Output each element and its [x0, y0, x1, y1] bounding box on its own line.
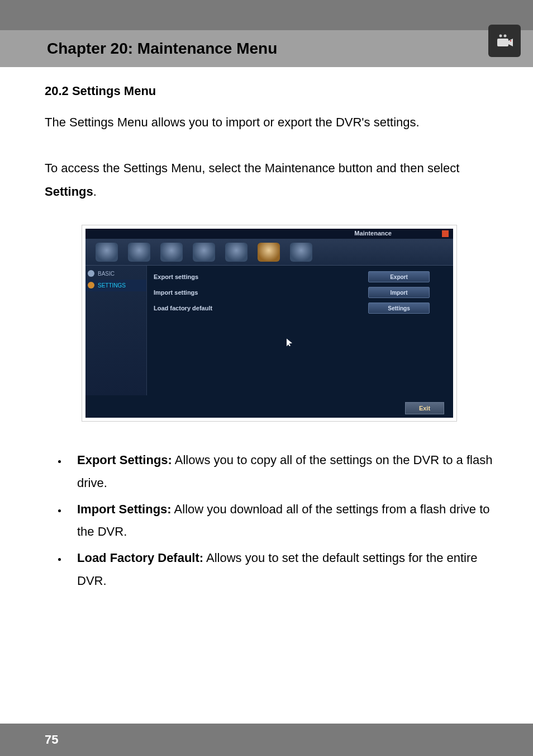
list-item: Export Settings: Allows you to copy all …: [67, 449, 494, 494]
screenshot-sidebar: BASIC SETTINGS: [85, 266, 147, 395]
access-text-bold: Settings: [45, 185, 93, 199]
label-export-settings: Export settings: [154, 273, 368, 280]
chapter-title: Chapter 20: Maintenance Menu: [47, 40, 277, 58]
page-content: 20.2 Settings Menu The Settings Menu all…: [0, 67, 533, 593]
list-item: Load Factory Default: Allows you to set …: [67, 547, 494, 592]
list-item: Import Settings: Allow you download all …: [67, 498, 494, 544]
dvr-camera-icon: [488, 25, 521, 57]
tab-shutdown-icon[interactable]: [290, 243, 312, 262]
screenshot-footer: Exit: [405, 402, 444, 414]
page-header: Chapter 20: Maintenance Menu: [0, 0, 533, 67]
settings-screenshot: Maintenance BASIC SETTINGS: [82, 225, 456, 421]
svg-point-0: [499, 35, 502, 37]
section-heading: 20.2 Settings Menu: [45, 84, 494, 98]
settings-button[interactable]: Settings: [368, 303, 430, 314]
tab-disk-icon[interactable]: [193, 243, 215, 262]
tab-camera-icon[interactable]: [128, 243, 150, 262]
page-footer: 75: [0, 724, 533, 756]
row-export: Export settings Export: [154, 269, 446, 285]
bullet-term: Import Settings:: [77, 502, 172, 516]
screenshot-body: BASIC SETTINGS Export settings Export Im…: [85, 266, 453, 395]
import-button[interactable]: Import: [368, 287, 430, 298]
bullet-term: Load Factory Default:: [77, 551, 203, 565]
tab-info-icon[interactable]: [225, 243, 248, 262]
sidebar-item-basic[interactable]: BASIC: [85, 268, 146, 280]
svg-point-1: [504, 35, 507, 37]
gear-icon: [88, 282, 94, 289]
sliders-icon: [88, 270, 94, 277]
sidebar-label: BASIC: [98, 271, 115, 277]
access-text-post: .: [93, 185, 97, 199]
screenshot-window-title: Maintenance: [354, 230, 392, 237]
label-import-settings: Import settings: [154, 289, 368, 296]
close-icon[interactable]: [442, 230, 449, 237]
export-button[interactable]: Export: [368, 271, 430, 282]
screenshot-titlebar: Maintenance: [85, 229, 453, 239]
sidebar-label: SETTINGS: [98, 282, 126, 289]
tab-system-icon[interactable]: [96, 243, 118, 262]
screenshot-main: Export settings Export Import settings I…: [147, 266, 453, 395]
label-load-factory-default: Load factory default: [154, 305, 368, 311]
page-number: 75: [45, 733, 58, 747]
intro-paragraph: The Settings Menu allows you to import o…: [45, 111, 494, 134]
row-factory: Load factory default Settings: [154, 300, 446, 316]
tab-maintenance-icon[interactable]: [258, 243, 280, 262]
svg-rect-2: [497, 39, 508, 46]
access-paragraph: To access the Settings Menu, select the …: [45, 157, 494, 204]
chapter-bar: Chapter 20: Maintenance Menu: [0, 30, 533, 67]
access-text-pre: To access the Settings Menu, select the …: [45, 161, 459, 175]
svg-point-3: [510, 40, 511, 41]
bullet-term: Export Settings:: [77, 453, 172, 467]
tab-search-icon[interactable]: [160, 243, 183, 262]
screenshot-tabstrip: [85, 239, 453, 266]
sidebar-item-settings[interactable]: SETTINGS: [85, 280, 146, 291]
cursor-icon: [287, 338, 292, 346]
feature-list: Export Settings: Allows you to copy all …: [45, 449, 494, 592]
row-import: Import settings Import: [154, 285, 446, 300]
exit-button[interactable]: Exit: [405, 402, 444, 414]
